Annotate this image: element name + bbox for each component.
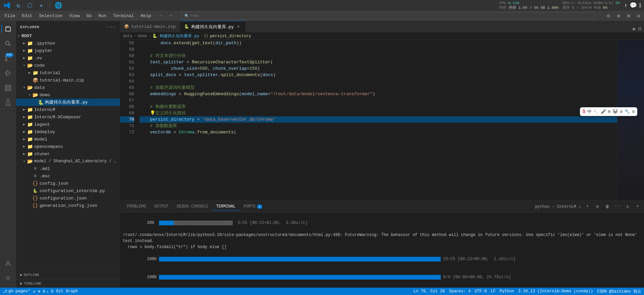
layout-icon1[interactable]: ⊟ [604, 12, 612, 20]
tree-data[interactable]: ▾ 📂 data [16, 84, 120, 91]
tab-problems[interactable]: PROBLEMS [123, 203, 150, 210]
sogou-settings-icon[interactable]: ⚙ [632, 109, 635, 114]
tree-msc[interactable]: ≡ .msc [16, 172, 120, 180]
upload-icon[interactable]: ⬆ [624, 2, 628, 9]
tree-demo[interactable]: ▾ 📂 demo [16, 91, 120, 99]
run-file-button[interactable]: ▶ [633, 25, 636, 32]
settings-icon[interactable] [1, 272, 15, 285]
tree-tutorial[interactable]: ▶ 📁 tutorial [16, 69, 120, 76]
tree-tutorial-zip[interactable]: 📦 tutorial-main.zip [16, 76, 120, 84]
search-bar[interactable]: 🔍 root [181, 12, 595, 19]
errors-status[interactable]: ⊗ 0 ⚠ 0 [38, 289, 53, 294]
tab-debug-console[interactable]: DEBUG CONSOLE [173, 203, 212, 210]
tree-internlm-xcomposer[interactable]: ▶ 📁 InternLM-XComposer [16, 113, 120, 121]
menu-selection[interactable]: Selection [36, 12, 66, 20]
sogou-logo: S [583, 109, 585, 114]
tree-gen-config-json[interactable]: {} generation_config.json [16, 202, 120, 209]
terminal-content[interactable]: 20% 5/25 [00:21<01:06, 3.30s/it] /root/.… [120, 213, 644, 288]
tab-py[interactable]: 🐍 构建持久化向量库.py × [180, 21, 246, 32]
refresh-icon[interactable]: ↻ [14, 1, 23, 10]
sync-status[interactable]: ↺ [33, 289, 35, 294]
maximize-terminal-button[interactable]: ∧ [624, 203, 631, 210]
encoding-status[interactable]: UTF-8 [475, 289, 487, 294]
tab-zip[interactable]: 📦 tutorial-main.zip [120, 21, 180, 32]
globe-icon[interactable]: 🌐 [54, 1, 63, 10]
close-terminal-button[interactable]: × [634, 203, 641, 210]
explorer-icon[interactable] [1, 22, 15, 36]
remote-status[interactable]: CSDN @SaiVideo 智云 [597, 289, 641, 294]
tab-output[interactable]: OUTPUT [150, 203, 173, 210]
timeline-section[interactable]: ▶ TIMELINE [16, 279, 120, 288]
tree-active-file[interactable]: 🐍 构建持久化向量库.py [16, 99, 120, 106]
source-control-icon[interactable]: 502 [1, 52, 15, 65]
debug-icon[interactable]: ✦ [37, 1, 46, 10]
menu-view[interactable]: View [66, 12, 83, 20]
tree-config-json[interactable]: {} config.json [16, 180, 120, 187]
folder-open-icon: 📂 [32, 92, 38, 98]
info-icon[interactable]: ℹ [639, 2, 641, 9]
tab-close-button[interactable]: × [236, 24, 241, 30]
mdl-label: .mdl [40, 166, 117, 171]
tree-jupyter[interactable]: ▶ 📁 jupyter [16, 47, 120, 54]
forward-button[interactable]: → [167, 12, 175, 20]
sogou-tool2-icon[interactable]: 🔧 [625, 109, 630, 114]
tree-ipython[interactable]: ▶ 📁 .ipython [16, 40, 120, 47]
line-ending-status[interactable]: LF [491, 289, 495, 294]
code-line-63: split_docs = text_splitter.split_documen… [140, 72, 617, 78]
tree-nv[interactable]: ▶ 📁 .nv [16, 54, 120, 62]
sogou-table-icon[interactable]: ⊞ [608, 109, 611, 114]
menu-go[interactable]: Go [83, 12, 95, 20]
menu-file[interactable]: File [1, 12, 18, 20]
cpu-info: CPU 8.13% 内存 内存 1.06 / 56 GB 1.89% [499, 1, 558, 10]
layout-icon2[interactable]: ⊞ [614, 12, 623, 20]
ln-col-status[interactable]: Ln 70, Col 28 [414, 289, 445, 294]
tutorial-zip-label: tutorial-main.zip [40, 78, 117, 83]
interpreter-status[interactable]: 3.10.13 (Internlm-Demo (conda)) [518, 289, 593, 294]
tree-xtuner[interactable]: ▶ 📁 xtuner [16, 150, 120, 158]
tree-configuration-json[interactable]: {} configuration.json [16, 194, 120, 202]
code-content[interactable]: docs.extend(get_text(dir_path)) # 对文本进行分… [137, 40, 617, 200]
layout-icon4[interactable]: ⊡ [635, 12, 643, 20]
language-status[interactable]: Python [500, 289, 514, 294]
tree-root[interactable]: ▾ ROOT [16, 32, 120, 40]
search-activity-icon[interactable] [1, 37, 15, 50]
tab-ports[interactable]: PORTS 1 [239, 203, 266, 210]
sidebar-more-button[interactable]: ··· [106, 24, 116, 30]
tab-terminal[interactable]: TERMINAL [212, 203, 239, 211]
flask-icon[interactable] [1, 96, 15, 109]
sogou-dot: •, [594, 109, 598, 114]
git-graph-status[interactable]: Git Graph [56, 289, 78, 294]
tree-model-shanghai[interactable]: ▾ 📂 model / Shanghai_AI_Laboratory / int… [16, 158, 120, 165]
tree-internlm[interactable]: ▶ 📁 InternLM [16, 106, 120, 113]
tree-opencompass[interactable]: ▶ 📁 opencompass [16, 143, 120, 150]
menu-run[interactable]: Run [95, 12, 109, 20]
split-editor-button[interactable]: ⊟ [638, 25, 641, 32]
add-terminal-button[interactable]: + [584, 203, 591, 210]
tree-lagent[interactable]: ▶ 📁 lagent [16, 121, 120, 128]
run-debug-icon[interactable] [1, 66, 15, 80]
extension-icon[interactable]: ⬡ [25, 1, 34, 10]
xcomposer-arrow: ▶ [21, 115, 27, 119]
account-icon[interactable] [1, 257, 15, 270]
menu-help[interactable]: Help [137, 12, 154, 20]
tree-model[interactable]: ▶ 📁 model [16, 135, 120, 143]
menu-terminal[interactable]: Terminal [110, 12, 137, 20]
spaces-status[interactable]: Spaces: 4 [449, 289, 471, 294]
chat-icon[interactable]: 💬 [630, 2, 637, 9]
layout-icon3[interactable]: ⊠ [625, 12, 633, 20]
sogou-mic-icon[interactable]: 🎤 [601, 109, 606, 114]
sogou-emoji-icon[interactable]: 🐼 [612, 109, 618, 114]
sogou-tool1-icon[interactable]: ⚙ [620, 109, 623, 114]
kill-terminal-button[interactable]: 🗑 [604, 203, 611, 210]
outline-section[interactable]: ▶ OUTLINE [16, 270, 120, 279]
tree-lmdeploy[interactable]: ▶ 📁 lmdeploy [16, 128, 120, 135]
tree-config-py[interactable]: 🐍 configuration_internlm.py [16, 187, 120, 194]
tree-code[interactable]: ▾ 📂 code [16, 62, 120, 69]
menu-edit[interactable]: Edit [18, 12, 36, 20]
branch-status[interactable]: ⎇ gh-pages* [3, 289, 30, 294]
split-terminal-button[interactable]: ⊟ [594, 203, 601, 210]
extensions-icon[interactable] [1, 81, 15, 95]
more-terminal-button[interactable]: ··· [614, 203, 621, 210]
tree-mdl[interactable]: ≡ .mdl [16, 165, 120, 172]
back-button[interactable]: ← [157, 12, 165, 20]
